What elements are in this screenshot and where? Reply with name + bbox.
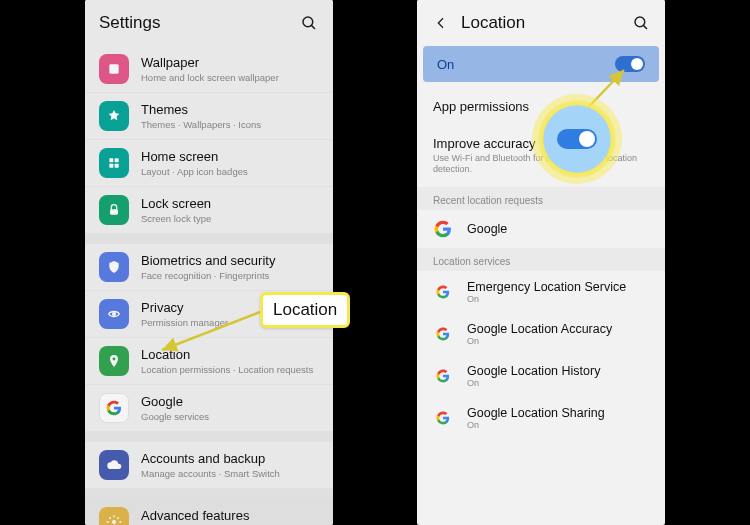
row-label: Emergency Location Service bbox=[467, 280, 626, 294]
row-label: Google bbox=[467, 222, 507, 236]
svg-line-1 bbox=[311, 25, 315, 29]
row-sub: Face recognition · Fingerprints bbox=[141, 270, 319, 281]
settings-row-home[interactable]: Home screenLayout · App icon badges bbox=[85, 140, 333, 187]
phone-settings: Settings WallpaperHome and lock screen w… bbox=[85, 0, 333, 525]
row-sub: On bbox=[467, 420, 605, 430]
service-row-history[interactable]: Google Location HistoryOn bbox=[417, 355, 665, 397]
phone-location: Location On App permissions Improve accu… bbox=[417, 0, 665, 525]
google-icon bbox=[99, 393, 129, 423]
row-label: Google Location Sharing bbox=[467, 406, 605, 420]
google-icon bbox=[433, 408, 453, 428]
row-label: Google Location History bbox=[467, 364, 600, 378]
row-label: Accounts and backup bbox=[141, 451, 319, 467]
row-label: App permissions bbox=[433, 99, 649, 114]
settings-row-google[interactable]: GoogleGoogle services bbox=[85, 385, 333, 432]
section-header-recent: Recent location requests bbox=[417, 187, 665, 210]
settings-row-accounts[interactable]: Accounts and backupManage accounts · Sma… bbox=[85, 442, 333, 489]
search-icon[interactable] bbox=[299, 13, 319, 33]
row-label: Themes bbox=[141, 102, 319, 118]
recent-request-google[interactable]: Google bbox=[417, 210, 665, 248]
row-sub: Home and lock screen wallpaper bbox=[141, 72, 319, 83]
row-label: Wallpaper bbox=[141, 55, 319, 71]
home-screen-icon bbox=[99, 148, 129, 178]
svg-line-12 bbox=[643, 25, 647, 29]
google-icon bbox=[433, 366, 453, 386]
page-title: Settings bbox=[99, 13, 299, 33]
row-sub: Location permissions · Location requests bbox=[141, 364, 319, 375]
location-master-toggle-row[interactable]: On bbox=[423, 46, 659, 82]
cloud-sync-icon bbox=[99, 450, 129, 480]
settings-row-themes[interactable]: ThemesThemes · Wallpapers · Icons bbox=[85, 93, 333, 140]
on-label: On bbox=[437, 57, 454, 72]
row-label: Google bbox=[141, 394, 319, 410]
svg-point-11 bbox=[635, 17, 645, 27]
settings-row-biometrics[interactable]: Biometrics and securityFace recognition … bbox=[85, 244, 333, 291]
location-pin-icon bbox=[99, 346, 129, 376]
lock-icon bbox=[99, 195, 129, 225]
service-row-sharing[interactable]: Google Location SharingOn bbox=[417, 397, 665, 439]
row-sub: On bbox=[467, 336, 612, 346]
row-app-permissions[interactable]: App permissions bbox=[417, 88, 665, 125]
header: Settings bbox=[85, 0, 333, 46]
themes-icon bbox=[99, 101, 129, 131]
row-label: Home screen bbox=[141, 149, 319, 165]
svg-point-0 bbox=[303, 17, 313, 27]
svg-rect-4 bbox=[115, 158, 119, 162]
back-icon[interactable] bbox=[431, 15, 451, 31]
svg-point-8 bbox=[112, 312, 116, 316]
row-sub: Themes · Wallpapers · Icons bbox=[141, 119, 319, 130]
wallpaper-icon bbox=[99, 54, 129, 84]
section-header-services: Location services bbox=[417, 248, 665, 271]
privacy-icon bbox=[99, 299, 129, 329]
row-label: Lock screen bbox=[141, 196, 319, 212]
row-label: Biometrics and security bbox=[141, 253, 319, 269]
row-sub: Layout · App icon badges bbox=[141, 166, 319, 177]
google-icon bbox=[433, 324, 453, 344]
header: Location bbox=[417, 0, 665, 46]
row-sub: Manage accounts · Smart Switch bbox=[141, 468, 319, 479]
advanced-icon bbox=[99, 507, 129, 525]
settings-row-wallpaper[interactable]: WallpaperHome and lock screen wallpaper bbox=[85, 46, 333, 93]
row-sub: On bbox=[467, 294, 626, 304]
service-row-els[interactable]: Emergency Location ServiceOn bbox=[417, 271, 665, 313]
row-label: Advanced features bbox=[141, 508, 319, 524]
row-sub: Use Wi-Fi and Bluetooth for more accurat… bbox=[433, 153, 649, 176]
page-title: Location bbox=[461, 13, 631, 33]
toggle-switch-icon[interactable] bbox=[615, 56, 645, 72]
settings-row-location[interactable]: LocationLocation permissions · Location … bbox=[85, 338, 333, 385]
svg-rect-5 bbox=[109, 164, 113, 168]
row-label: Google Location Accuracy bbox=[467, 322, 612, 336]
settings-row-lockscreen[interactable]: Lock screenScreen lock type bbox=[85, 187, 333, 234]
row-label: Location bbox=[141, 347, 319, 363]
svg-rect-3 bbox=[109, 158, 113, 162]
row-sub: Screen lock type bbox=[141, 213, 319, 224]
callout-toggle-highlight bbox=[538, 100, 616, 178]
service-row-accuracy[interactable]: Google Location AccuracyOn bbox=[417, 313, 665, 355]
google-icon bbox=[433, 282, 453, 302]
svg-rect-7 bbox=[110, 209, 118, 214]
row-sub: Google services bbox=[141, 411, 319, 422]
svg-rect-6 bbox=[115, 164, 119, 168]
search-icon[interactable] bbox=[631, 13, 651, 33]
svg-point-9 bbox=[113, 358, 116, 361]
svg-point-10 bbox=[112, 520, 116, 524]
shield-icon bbox=[99, 252, 129, 282]
row-sub: On bbox=[467, 378, 600, 388]
google-icon bbox=[433, 219, 453, 239]
toggle-switch-icon bbox=[557, 129, 597, 149]
callout-location-label: Location bbox=[260, 292, 350, 328]
settings-row-advanced[interactable]: Advanced featuresAndroid Auto · Side key bbox=[85, 499, 333, 525]
svg-rect-2 bbox=[109, 64, 118, 73]
